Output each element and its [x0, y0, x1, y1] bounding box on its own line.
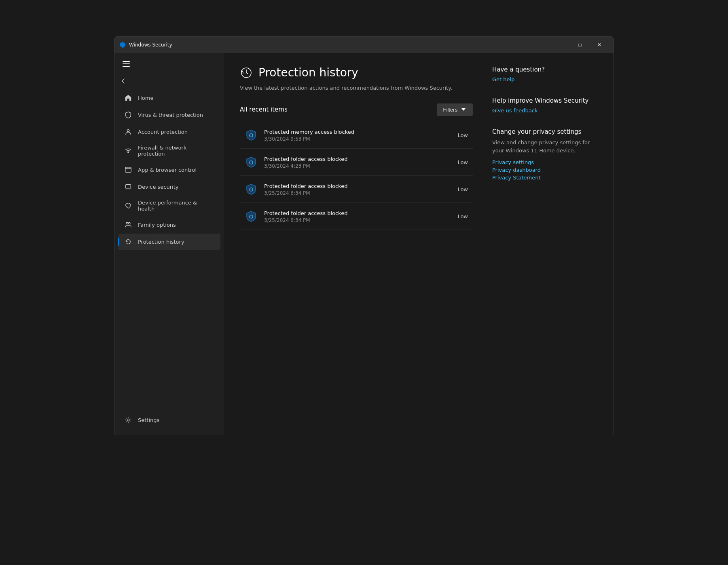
privacy-dashboard-link[interactable]: Privacy dashboard — [492, 167, 597, 173]
app-window: Windows Security — □ ✕ — [114, 36, 614, 435]
sidebar-item-device-security-label: Device security — [138, 184, 179, 190]
right-panel: Have a question? Get help Help improve W… — [492, 66, 597, 422]
sidebar-item-device-performance[interactable]: Device performance & health — [118, 196, 220, 216]
list-header: All recent items Filters — [240, 103, 473, 116]
home-icon — [124, 94, 132, 102]
history-item-date: 3/25/2024 6:34 PM — [264, 217, 451, 223]
table-row[interactable]: Protected memory access blocked 3/30/202… — [240, 122, 473, 149]
svg-point-6 — [126, 222, 128, 224]
shield-blocked-icon — [245, 210, 258, 223]
app-body: Home Virus & threat protection Acco — [114, 53, 614, 435]
svg-point-1 — [128, 152, 129, 153]
app-icon — [119, 42, 126, 48]
wifi-icon — [124, 147, 132, 155]
history-item-date: 3/30/2024 4:23 PM — [264, 163, 451, 169]
minimize-button[interactable]: — — [551, 38, 570, 51]
sidebar-bottom: Settings — [114, 411, 224, 432]
list-title: All recent items — [240, 106, 288, 113]
shield-blocked-icon — [245, 183, 258, 196]
privacy-statement-link[interactable]: Privacy Statement — [492, 175, 597, 181]
history-item-title: Protected memory access blocked — [264, 129, 451, 135]
content-area: Protection history View the latest prote… — [240, 66, 473, 422]
history-list: Protected memory access blocked 3/30/202… — [240, 122, 473, 230]
history-item-info: Protected memory access blocked 3/30/202… — [264, 129, 451, 142]
svg-point-3 — [126, 168, 127, 168]
sidebar-item-device-performance-label: Device performance & health — [138, 200, 214, 212]
title-bar: Windows Security — □ ✕ — [114, 37, 614, 53]
history-item-severity: Low — [457, 132, 468, 138]
history-item-severity: Low — [457, 186, 468, 192]
hamburger-line-1 — [123, 61, 130, 62]
history-item-title: Protected folder access blocked — [264, 183, 451, 189]
sidebar-item-protection-history-label: Protection history — [138, 239, 184, 245]
privacy-description: View and change privacy settings for you… — [492, 139, 597, 154]
chevron-down-icon — [461, 107, 466, 112]
hamburger-button[interactable] — [121, 59, 131, 68]
privacy-settings-link[interactable]: Privacy settings — [492, 159, 597, 165]
main-content: Protection history View the latest prote… — [224, 53, 614, 435]
sidebar-item-firewall-label: Firewall & network protection — [138, 145, 214, 157]
browser-icon — [124, 166, 132, 174]
sidebar-item-account[interactable]: Account protection — [118, 124, 220, 140]
sidebar-item-settings[interactable]: Settings — [118, 412, 220, 428]
table-row[interactable]: Protected folder access blocked 3/25/202… — [240, 204, 473, 230]
sidebar-item-family[interactable]: Family options — [118, 217, 220, 233]
gear-icon — [124, 416, 132, 424]
svg-point-7 — [128, 222, 130, 224]
page-header-icon — [240, 66, 253, 79]
svg-point-4 — [127, 168, 127, 168]
help-section: Have a question? Get help — [492, 66, 597, 82]
sidebar-header — [114, 56, 224, 75]
back-button[interactable] — [114, 75, 224, 88]
hamburger-line-2 — [123, 63, 130, 64]
history-icon — [124, 238, 132, 246]
active-bar — [118, 238, 119, 246]
close-button[interactable]: ✕ — [590, 38, 609, 51]
page-title: Protection history — [258, 66, 358, 79]
history-item-title: Protected folder access blocked — [264, 210, 451, 216]
page-description: View the latest protection actions and r… — [240, 84, 473, 92]
window-title: Windows Security — [129, 42, 172, 48]
laptop-icon — [124, 183, 132, 191]
back-icon — [121, 78, 127, 84]
table-row[interactable]: Protected folder access blocked 3/30/202… — [240, 150, 473, 176]
filter-button[interactable]: Filters — [437, 103, 473, 116]
privacy-title: Change your privacy settings — [492, 128, 597, 135]
sidebar-item-family-label: Family options — [138, 222, 176, 228]
history-item-info: Protected folder access blocked 3/25/202… — [264, 210, 451, 223]
help-question: Have a question? — [492, 66, 597, 73]
improve-label: Help improve Windows Security — [492, 97, 597, 104]
sidebar-item-firewall[interactable]: Firewall & network protection — [118, 141, 220, 161]
sidebar-item-virus-label: Virus & threat protection — [138, 112, 203, 118]
give-feedback-link[interactable]: Give us feedback — [492, 108, 597, 114]
person-icon — [124, 128, 132, 136]
title-bar-left: Windows Security — [119, 42, 172, 48]
sidebar-item-virus[interactable]: Virus & threat protection — [118, 107, 220, 123]
table-row[interactable]: Protected folder access blocked 3/25/202… — [240, 177, 473, 203]
sidebar-item-app-browser-label: App & browser control — [138, 167, 197, 173]
sidebar: Home Virus & threat protection Acco — [114, 53, 224, 435]
get-help-link[interactable]: Get help — [492, 76, 597, 82]
history-item-info: Protected folder access blocked 3/30/202… — [264, 156, 451, 169]
history-item-info: Protected folder access blocked 3/25/202… — [264, 183, 451, 196]
shield-icon — [124, 111, 132, 119]
family-icon — [124, 221, 132, 229]
history-item-date: 3/25/2024 6:34 PM — [264, 190, 451, 196]
heart-icon — [124, 202, 132, 210]
history-item-date: 3/30/2024 9:53 PM — [264, 136, 451, 142]
sidebar-item-home-label: Home — [138, 95, 153, 101]
title-bar-controls: — □ ✕ — [551, 38, 609, 51]
maximize-button[interactable]: □ — [571, 38, 589, 51]
sidebar-item-protection-history[interactable]: Protection history — [118, 234, 220, 250]
sidebar-item-home[interactable]: Home — [118, 90, 220, 106]
hamburger-line-3 — [123, 66, 130, 67]
svg-point-0 — [127, 130, 129, 132]
filter-button-label: Filters — [443, 107, 457, 113]
history-item-severity: Low — [457, 159, 468, 165]
svg-point-8 — [127, 419, 129, 421]
sidebar-item-app-browser[interactable]: App & browser control — [118, 162, 220, 178]
shield-blocked-icon — [245, 129, 258, 142]
feedback-section: Help improve Windows Security Give us fe… — [492, 97, 597, 114]
sidebar-item-device-security[interactable]: Device security — [118, 179, 220, 195]
shield-blocked-icon — [245, 156, 258, 169]
